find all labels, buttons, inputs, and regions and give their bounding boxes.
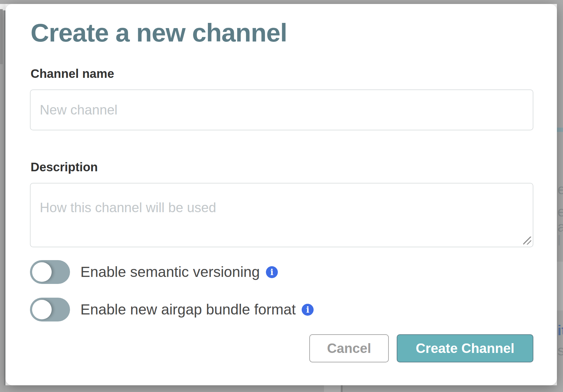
background-text-fragment: e xyxy=(557,182,563,196)
modal-footer: Cancel Create Channel xyxy=(30,334,533,362)
info-icon[interactable]: i xyxy=(302,304,314,316)
toggle-row-airgap-bundle: Enable new airgap bundle format i xyxy=(30,298,533,321)
airgap-bundle-toggle[interactable] xyxy=(30,298,70,321)
create-channel-button[interactable]: Create Channel xyxy=(397,334,533,362)
background-edge-shadow xyxy=(0,9,3,64)
toggle-knob xyxy=(32,300,52,319)
background-page-edge xyxy=(4,10,5,385)
background-link-fragment: it xyxy=(557,323,563,337)
info-icon[interactable]: i xyxy=(266,266,278,278)
description-field-wrap xyxy=(30,183,533,247)
modal-title: Create a new channel xyxy=(31,17,533,48)
channel-name-input[interactable] xyxy=(30,89,533,130)
description-label: Description xyxy=(31,160,533,174)
resize-handle-icon[interactable] xyxy=(523,237,531,245)
airgap-bundle-label: Enable new airgap bundle format xyxy=(80,301,296,318)
background-text-fragment: e xyxy=(557,205,563,219)
semantic-versioning-toggle[interactable] xyxy=(30,260,70,284)
cancel-button[interactable]: Cancel xyxy=(309,334,389,362)
background-light-band xyxy=(557,262,563,310)
overlay-strip-top xyxy=(0,0,563,4)
background-divider-line xyxy=(341,385,343,392)
background-light-block xyxy=(324,385,341,392)
semantic-versioning-label: Enable semantic versioning xyxy=(80,263,260,281)
channel-name-label: Channel name xyxy=(31,66,533,81)
toggle-knob xyxy=(32,262,52,282)
background-teal-bar xyxy=(557,128,563,132)
description-textarea[interactable] xyxy=(30,183,533,247)
background-text-fragment: s xyxy=(557,343,563,358)
toggle-row-semantic-versioning: Enable semantic versioning i xyxy=(30,260,533,284)
overlay-strip-right: e e a l it s xyxy=(557,4,563,392)
create-channel-modal: Create a new channel Channel name Descri… xyxy=(6,4,557,385)
background-text-fragment: a xyxy=(557,220,563,234)
background-text-fragment: l xyxy=(557,234,563,248)
overlay-strip-bottom xyxy=(6,385,557,392)
